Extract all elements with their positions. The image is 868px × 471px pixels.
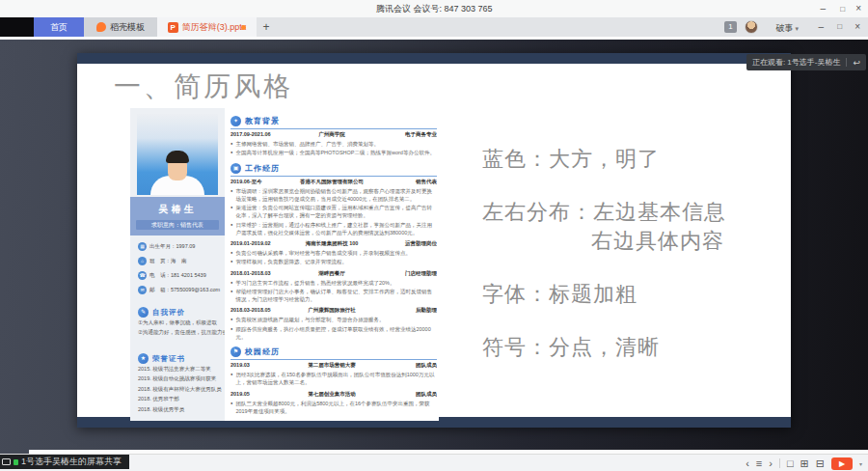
previous-slide-button[interactable]: ‹ bbox=[746, 455, 749, 471]
self-eval-line: ②沟通能力好，责任感强，抗压能力强 bbox=[138, 327, 222, 337]
mail-icon: ✉ bbox=[138, 286, 147, 294]
entry-role: 门店经理助理 bbox=[377, 270, 437, 277]
slide-title: 一、简历风格 bbox=[114, 69, 293, 105]
normal-view-button[interactable]: □ bbox=[787, 455, 794, 471]
resume-left-column: 吴椿生 求职意向：销售代表 ▦ 出生年月：1997.09 ⌂ 籍 贯：海 南 ☎… bbox=[130, 108, 225, 421]
bullet-icon: ● bbox=[231, 371, 232, 387]
section-title: 荣誉证书 bbox=[152, 354, 185, 364]
return-icon[interactable]: ↩ bbox=[853, 58, 860, 68]
avatar[interactable] bbox=[745, 20, 758, 34]
bullet-icon: ● bbox=[231, 187, 232, 204]
photo-hair bbox=[166, 151, 189, 163]
resume-entry: 2019.06-至今 香港不凡国际管理有限公司 销售代表 ●市场调研：深圳家居展… bbox=[231, 179, 437, 237]
slide-top-bar bbox=[77, 53, 791, 64]
contact-row: ✉ 邮 箱：57550099@163.com bbox=[138, 286, 222, 294]
entry-bullet: 管理样板间，负责数据筛选、记录并管理流程。 bbox=[235, 258, 347, 265]
tab-docer-templates[interactable]: 稻壳模板 bbox=[84, 17, 157, 37]
slideshow-play-button[interactable]: ▶ bbox=[831, 457, 853, 470]
resume-entry: 2019.03 第二届市场营销大赛 团队成员 ●历经3次比赛选拔，在150名参赛… bbox=[231, 362, 437, 387]
contact-label: 电 话：181 4201 5439 bbox=[149, 272, 206, 279]
monitor-icon bbox=[2, 458, 11, 465]
bullet-icon: ● bbox=[231, 400, 232, 416]
wps-minimize-icon[interactable]: – bbox=[818, 21, 824, 32]
tab-presentation-label: 简历答辩(3).pptx bbox=[182, 21, 247, 34]
entry-date: 2017.09-2021.06 bbox=[231, 131, 286, 138]
calendar-icon: ▦ bbox=[138, 242, 147, 251]
entry-org: 第七届创业集市活动 bbox=[286, 391, 377, 398]
entry-org: 海南长隆集团科技 100 bbox=[286, 240, 377, 247]
entry-bullet: 市场调研：深圳家居展览会期间协助销售公司新产品，观察客户心理需求并及时更换场景策… bbox=[235, 187, 437, 204]
meeting-close-icon[interactable]: × bbox=[855, 2, 861, 14]
next-slide-button[interactable]: › bbox=[769, 455, 773, 471]
slideshow-options-caret[interactable]: ▾ bbox=[859, 460, 862, 467]
slide: 一、简历风格 吴椿生 求职意向：销售代表 ▦ 出生年月：1997.09 bbox=[77, 53, 791, 428]
section-title: 自我评价 bbox=[152, 308, 185, 318]
statusbar-controls: ‹ ≡ › □ ⊞ ⊟ ▶ ▾ bbox=[746, 455, 862, 471]
entry-bullet: 全国高等计算机应用一级；全国高等PHOTOSHOP二级；熟练掌握word等办公软… bbox=[235, 149, 434, 156]
new-tab-button[interactable]: + bbox=[258, 19, 274, 35]
entry-role: 团队成员 bbox=[377, 362, 437, 369]
honors-section: ★ 荣誉证书 2015. 校级书法竞赛大赛二等奖 2019. 校级自动化挑战赛项… bbox=[138, 353, 222, 414]
bullet-icon: ● bbox=[231, 204, 232, 220]
entry-bullet: 历经3次比赛选拔，在150名参赛队伍中脱颖而出，团队公司市值股份达到1000万元… bbox=[235, 371, 437, 387]
flag-icon: ⚑ bbox=[231, 346, 241, 357]
resume-section-work: ▣ 工作经历 2019.06-至今 香港不凡国际管理有限公司 销售代表 ●市场调… bbox=[231, 163, 437, 342]
contact-label: 籍 贯：海 南 bbox=[149, 258, 187, 264]
account-menu[interactable]: 破事 ▾ bbox=[775, 22, 799, 35]
entry-role: 团队成员 bbox=[377, 391, 437, 398]
location-icon: ⌂ bbox=[138, 257, 147, 265]
wps-tab-bar: 首页 稻壳模板 P 简历答辩(3).pptx + 1 破事 ▾ – □ × bbox=[0, 17, 868, 37]
wps-close-icon[interactable]: × bbox=[854, 21, 860, 32]
meeting-restore-icon[interactable]: □ bbox=[840, 3, 845, 15]
divider bbox=[846, 58, 847, 67]
graduation-cap-icon: ✦ bbox=[231, 116, 241, 126]
honor-line: 2018. 校级有声杯辩论大赛优秀队员 bbox=[138, 384, 222, 394]
reading-view-button[interactable]: ⊟ bbox=[816, 455, 825, 471]
share-notice-text: 1号选手吴椿生的屏幕共享 bbox=[21, 456, 122, 468]
honor-line: 2018. 优秀班干部 bbox=[138, 394, 222, 403]
meeting-minimize-icon[interactable]: – bbox=[820, 2, 826, 14]
desktop: 腾讯会议 会议号: 847 303 765 – □ × 首页 稻壳模板 P 简历… bbox=[0, 0, 868, 471]
wps-restore-icon[interactable]: □ bbox=[837, 22, 842, 31]
job-objective: 求职意向：销售代表 bbox=[136, 220, 219, 230]
watching-text: 正在观看: 1号选手-吴椿生 bbox=[752, 57, 841, 68]
medal-icon: ★ bbox=[138, 353, 149, 364]
bullet-icon: ● bbox=[231, 221, 232, 237]
bullet-icon: ● bbox=[231, 149, 232, 156]
note-symbol: 符号：分点，清晰 bbox=[482, 333, 660, 362]
tab-home[interactable]: 首页 bbox=[34, 17, 84, 37]
bullet-icon: ● bbox=[231, 140, 232, 148]
resume-entry: 2018.03-2018.05 广州康辉国际旅行社 后勤助理 ●负责校区旅游线路… bbox=[231, 307, 437, 341]
note-font: 字体：标题加粗 bbox=[482, 280, 637, 309]
watching-banner: 正在观看: 1号选手-吴椿生 ↩ bbox=[746, 54, 866, 70]
entry-role: 销售代表 bbox=[377, 179, 437, 185]
resume-section-campus: ⚑ 校园经历 2019.03 第二届市场营销大赛 团队成员 ●历经3次比赛选拔，… bbox=[231, 346, 437, 419]
entry-bullet: 团队三天营业额超8000元，利润达5800元以上，在16个参赛队伍中突出重围，荣… bbox=[235, 400, 437, 416]
contact-list: ▦ 出生年月：1997.09 ⌂ 籍 贯：海 南 ☎ 电 话：181 4201 … bbox=[138, 242, 222, 300]
chevron-down-icon: ▾ bbox=[795, 25, 799, 33]
slide-sorter-view-button[interactable]: ⊞ bbox=[800, 455, 809, 471]
docer-icon bbox=[96, 22, 106, 32]
contact-row: ☎ 电 话：181 4201 5439 bbox=[138, 271, 222, 280]
pen-icon: ✎ bbox=[138, 307, 149, 318]
resume-right-column: ✦ 教育背景 2017.09-2021.06 广州商学院 电子商务专业 ●主修网… bbox=[231, 110, 437, 419]
candidate-name: 吴椿生 bbox=[130, 203, 225, 216]
notification-badge[interactable]: 1 bbox=[724, 21, 737, 33]
note-layout-line1: 左右分布：左边基本信息 bbox=[482, 198, 726, 227]
status-bar: 1号选手吴椿生的屏幕共享 ‹ ≡ › □ ⊞ ⊟ ▶ ▾ bbox=[0, 454, 868, 471]
honor-line: 2019. 校级自动化挑战赛项目获奖 bbox=[138, 374, 222, 383]
entry-date: 2019.05 bbox=[231, 391, 286, 398]
bullet-icon: ● bbox=[231, 288, 232, 304]
note-color: 蓝色：大方，明了 bbox=[482, 145, 660, 174]
honor-line: 2015. 校级书法竞赛大赛二等奖 bbox=[138, 364, 222, 374]
left-black-strip bbox=[0, 17, 34, 37]
self-eval-line: ①为人亲和，做事沉稳，积极进取 bbox=[138, 318, 222, 327]
section-title: 工作经历 bbox=[245, 163, 280, 174]
resume-entry: 2019.01-2019.02 海南长隆集团科技 100 运营助理岗位 ●负责公… bbox=[231, 240, 437, 266]
briefcase-icon: ▣ bbox=[231, 163, 241, 174]
self-evaluation-section: ✎ 自我评价 ①为人亲和，做事沉稳，积极进取 ②沟通能力好，责任感强，抗压能力强 bbox=[138, 307, 222, 338]
slide-menu-button[interactable]: ≡ bbox=[756, 455, 762, 471]
contact-row: ▦ 出生年月：1997.09 bbox=[138, 242, 222, 251]
entry-bullet: 主修网络营销、市场营销、品牌推广、广告学、消费策划等。 bbox=[235, 140, 379, 148]
bullet-icon: ● bbox=[231, 249, 232, 257]
